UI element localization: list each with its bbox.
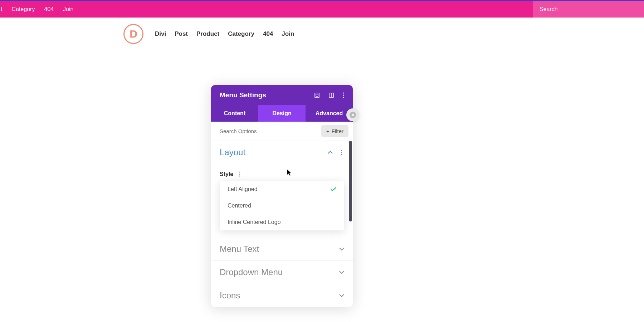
tab-content[interactable]: Content: [211, 105, 258, 122]
dropdown-option-label: Centered: [228, 203, 251, 209]
columns-icon[interactable]: [328, 92, 334, 98]
section-layout-icons: ⋮: [328, 149, 344, 156]
svg-point-4: [343, 93, 344, 94]
main-nav-join[interactable]: Join: [282, 30, 294, 38]
filter-button[interactable]: + Filter: [321, 125, 348, 137]
search-options-row: + Filter: [211, 122, 353, 141]
modal-header[interactable]: Menu Settings: [211, 85, 353, 105]
pink-nav-left: t Category 404 Join: [0, 6, 73, 13]
section-menu-text-header[interactable]: Menu Text: [220, 244, 344, 254]
top-pink-navbar: t Category 404 Join: [0, 1, 644, 18]
section-layout: Layout ⋮: [211, 141, 353, 164]
nav-item-partial[interactable]: t: [1, 6, 2, 13]
modal-tabs: Content Design Advanced: [211, 105, 353, 122]
section-menu-text: Menu Text: [211, 238, 353, 261]
check-icon: [331, 187, 336, 191]
section-icons: Icons: [211, 284, 353, 307]
tab-advanced[interactable]: Advanced: [306, 105, 353, 122]
chevron-down-icon[interactable]: [339, 248, 344, 250]
close-button[interactable]: [346, 108, 359, 121]
style-dropdown: Left Aligned Centered Inline Centered Lo…: [220, 181, 344, 230]
modal-content: Layout ⋮ Style ⋮ Left Aligned: [211, 141, 353, 307]
section-menu-text-icons: [339, 248, 344, 250]
main-nav-category[interactable]: Category: [228, 30, 254, 38]
main-nav-404[interactable]: 404: [263, 30, 273, 38]
main-nav-post[interactable]: Post: [175, 30, 188, 38]
dropdown-option-inline-centered[interactable]: Inline Centered Logo: [220, 214, 344, 230]
svg-point-5: [343, 95, 344, 96]
section-layout-title: Layout: [220, 147, 245, 157]
section-layout-header[interactable]: Layout ⋮: [220, 147, 344, 157]
svg-rect-1: [316, 94, 318, 96]
nav-item-join[interactable]: Join: [63, 6, 73, 13]
dropdown-option-centered[interactable]: Centered: [220, 197, 344, 214]
expand-icon[interactable]: [314, 92, 320, 98]
style-label: Style: [220, 171, 233, 177]
section-dropdown-menu-title: Dropdown Menu: [220, 267, 283, 277]
top-search-box: [533, 1, 644, 18]
tab-design[interactable]: Design: [258, 105, 306, 122]
dropdown-option-label: Left Aligned: [228, 186, 258, 192]
svg-point-6: [343, 97, 344, 98]
section-dropdown-menu-header[interactable]: Dropdown Menu: [220, 267, 344, 277]
main-nav-product[interactable]: Product: [196, 30, 219, 38]
more-icon[interactable]: [343, 92, 344, 98]
divi-logo[interactable]: D: [123, 24, 143, 44]
nav-item-category[interactable]: Category: [11, 6, 35, 13]
style-row: Style ⋮: [211, 164, 353, 181]
section-icons-icons: [339, 294, 344, 297]
modal-title: Menu Settings: [220, 91, 266, 99]
search-options-input[interactable]: [220, 128, 321, 134]
chevron-down-icon[interactable]: [339, 271, 344, 274]
section-icons-header[interactable]: Icons: [220, 291, 344, 301]
filter-button-label: Filter: [332, 128, 343, 134]
main-nav-divi[interactable]: Divi: [155, 30, 166, 38]
section-more-icon[interactable]: ⋮: [338, 149, 344, 156]
chevron-down-icon[interactable]: [339, 294, 344, 297]
dropdown-option-left-aligned[interactable]: Left Aligned: [220, 181, 344, 197]
dropdown-option-label: Inline Centered Logo: [228, 219, 281, 225]
section-dropdown-menu-icons: [339, 271, 344, 274]
nav-item-404[interactable]: 404: [44, 6, 54, 13]
modal-header-icons: [314, 92, 344, 98]
svg-rect-0: [315, 93, 319, 97]
section-dropdown-menu: Dropdown Menu: [211, 261, 353, 284]
chevron-up-icon[interactable]: [328, 151, 333, 154]
scrollbar[interactable]: [349, 141, 352, 221]
top-search-input[interactable]: [540, 6, 638, 13]
plus-icon: +: [326, 128, 330, 134]
style-more-icon[interactable]: ⋮: [237, 171, 243, 177]
section-icons-title: Icons: [220, 291, 240, 301]
menu-settings-modal: Menu Settings Content Design Advanced + …: [211, 85, 353, 307]
main-navbar: D Divi Post Product Category 404 Join: [0, 18, 644, 44]
section-menu-text-title: Menu Text: [220, 244, 259, 254]
